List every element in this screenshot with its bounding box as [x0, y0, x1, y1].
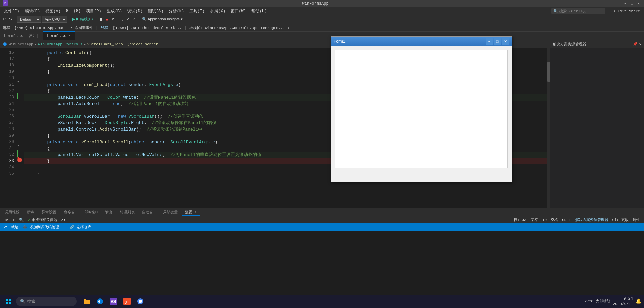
notification-icon[interactable]: 🔔 — [636, 298, 641, 304]
zoom-down[interactable]: 🔍 — [19, 218, 24, 222]
ready-status: 就绪 — [11, 225, 18, 230]
search-box[interactable]: 🔍 搜索 (Ctrl+Q) — [551, 8, 605, 14]
form1-minimize-button[interactable]: − — [486, 38, 493, 45]
form1-designer-window[interactable]: Form1 − □ ✕ — [331, 36, 512, 182]
svg-text:VS: VS — [111, 299, 116, 304]
taskbar-vs[interactable]: VS — [107, 295, 120, 307]
step-out-button[interactable]: ↗ — [131, 16, 137, 23]
run-button[interactable]: ▶ ▶ 继续(C) — [71, 16, 94, 23]
editor-info-left: 152 % 🔍 ✓ 未找到相关问题 ✔▾ — [4, 217, 66, 222]
menu-analyze[interactable]: 分析(N) — [166, 8, 187, 15]
search-icon: 🔍 — [20, 299, 25, 304]
thread-info: 线程: — [101, 25, 110, 30]
form1-window-title: Form1 — [334, 39, 346, 44]
pin-icon[interactable]: 📌 — [633, 42, 638, 46]
menu-tools[interactable]: 工具(T) — [187, 8, 208, 15]
solution-explorer-link[interactable]: 解决方案资源管理器 — [575, 217, 608, 222]
title-buttons: − □ ✕ — [623, 1, 641, 6]
editor-tab-bar: Form1.cs [设计] Form1.cs × — [0, 32, 644, 40]
tab-auto[interactable]: 自动窗□ — [139, 209, 159, 215]
editor-info-bar: 152 % 🔍 ✓ 未找到相关问题 ✔▾ 行: 33 字符: 10 空格 CRL… — [0, 216, 644, 223]
no-errors-icon: ✓ — [28, 218, 30, 222]
nav-method-label: vScrollBar1_Scroll(object sender... — [87, 42, 165, 46]
tab-locals[interactable]: 局部变量 — [159, 209, 181, 215]
taskbar-edge[interactable]: e — [94, 295, 106, 307]
tab-call-stack[interactable]: 调用堆栈 — [1, 209, 23, 215]
menu-help[interactable]: 帮助(H) — [249, 8, 270, 15]
pause-button[interactable]: ⏸ — [98, 16, 104, 23]
taskbar-apps: e VS git — [81, 295, 146, 307]
svg-text:e: e — [98, 299, 100, 304]
taskbar-search[interactable]: 🔍 搜索 — [16, 297, 77, 306]
menu-view[interactable]: 视图(V) — [43, 8, 63, 15]
step-over-button[interactable]: ↓ — [120, 16, 125, 23]
restart-button[interactable]: ↺ — [110, 16, 116, 23]
status-bar-left: ⎇ 就绪 ➕ 添加到源代码管理... 🔗 选择仓库... — [3, 225, 98, 230]
check-btn[interactable]: ✔▾ — [61, 218, 66, 222]
solution-explorer-content — [550, 48, 644, 208]
menu-edit[interactable]: 编辑(E) — [22, 8, 43, 15]
run-icon: ▶ — [72, 17, 75, 21]
git-changes-link[interactable]: Git 更改 — [612, 217, 629, 222]
taskbar-browser[interactable] — [134, 295, 146, 307]
tab-breakpoints[interactable]: 断点 — [24, 209, 38, 215]
properties-link[interactable]: 属性 — [633, 217, 640, 222]
tab-error-list[interactable]: 错误列表 — [117, 209, 138, 215]
taskbar-git[interactable]: git — [121, 295, 133, 307]
editor-info-right: 行: 33 字符: 10 空格 CRLF 解决方案资源管理器 Git 更改 属性 — [514, 217, 640, 222]
menu-extensions[interactable]: 扩展(X) — [208, 8, 228, 15]
encoding-info: CRLF — [562, 218, 571, 222]
tab-output[interactable]: 输出 — [102, 209, 116, 215]
form1-maximize-button[interactable]: □ — [494, 38, 501, 45]
nav-file-label: WinFormsApp — [9, 42, 33, 46]
maximize-button[interactable]: □ — [629, 1, 635, 6]
minimize-button[interactable]: − — [623, 1, 628, 6]
nav-file[interactable]: 🔷 — [3, 42, 7, 46]
fold-icon-21[interactable]: ▼ — [17, 80, 19, 84]
step-into-button[interactable]: ↙ — [125, 16, 131, 23]
cpu-config-dropdown[interactable]: Any CPU x86 x64 — [42, 16, 67, 23]
tab-watch[interactable]: 监视 1 — [182, 209, 200, 216]
title-bar-left: R — [3, 0, 8, 7]
tab-form1-cs[interactable]: Form1.cs × — [43, 31, 75, 40]
tab-close-button[interactable]: × — [68, 34, 71, 38]
redo-button[interactable]: ↪ — [8, 16, 13, 23]
menu-debug[interactable]: 调试(D) — [125, 8, 145, 15]
form1-canvas[interactable] — [335, 50, 508, 168]
select-repo-button[interactable]: 🔗 选择仓库... — [70, 225, 98, 230]
debug-config-dropdown[interactable]: Debug Release — [17, 16, 41, 23]
toolbar-separator-3 — [96, 16, 96, 22]
tab-exceptions[interactable]: 异常设置 — [38, 209, 60, 215]
add-to-source-button[interactable]: ➕ 添加到源代码管理... — [22, 225, 65, 230]
vertical-scrollbar[interactable] — [547, 48, 550, 208]
dropdown-arrow[interactable]: ▾ — [288, 26, 290, 30]
taskbar-file-explorer[interactable] — [81, 295, 93, 307]
menu-window[interactable]: 窗口(W) — [228, 8, 249, 15]
editor-gutter[interactable]: ▼ ▼ 🔖 — [17, 48, 24, 208]
live-share-icon: ⚡ — [610, 9, 612, 13]
scrollbar-thumb[interactable] — [547, 62, 550, 82]
svg-rect-3 — [9, 299, 11, 301]
menu-project[interactable]: 项目(P) — [83, 8, 104, 15]
app-title: WinFormsApp — [302, 1, 328, 6]
status-bar: ⎇ 就绪 ➕ 添加到源代码管理... 🔗 选择仓库... — [0, 223, 644, 231]
close-button[interactable]: ✕ — [636, 1, 641, 6]
stack-value: WinFormsApp.Controls.UpdateProgre... — [205, 26, 285, 30]
nav-class-label: WinFormsApp.Controls — [38, 42, 82, 46]
start-button[interactable] — [3, 295, 15, 307]
solution-close-icon[interactable]: ✕ — [639, 42, 641, 46]
tab-immediate[interactable]: 即时窗□ — [81, 209, 101, 215]
menu-build[interactable]: 生成(B) — [104, 8, 125, 15]
tab-command[interactable]: 命令窗□ — [60, 209, 81, 215]
undo-button[interactable]: ↩ — [1, 16, 7, 23]
tab-form1-design[interactable]: Form1.cs [设计] — [0, 31, 43, 40]
live-share-button[interactable]: ⚡ ⚡ Live Share — [607, 8, 643, 14]
menu-test[interactable]: 测试(S) — [145, 8, 166, 15]
app-insights-button[interactable]: 🔍 Application Insights ▾ — [141, 16, 184, 23]
menu-git[interactable]: Git(G) — [63, 8, 83, 14]
fold-icon-30[interactable]: ▼ — [17, 144, 19, 147]
text-cursor — [403, 64, 403, 69]
menu-file[interactable]: 文件(F) — [1, 8, 22, 15]
stop-button[interactable]: ■ — [105, 16, 110, 23]
form1-close-button[interactable]: ✕ — [502, 38, 509, 45]
